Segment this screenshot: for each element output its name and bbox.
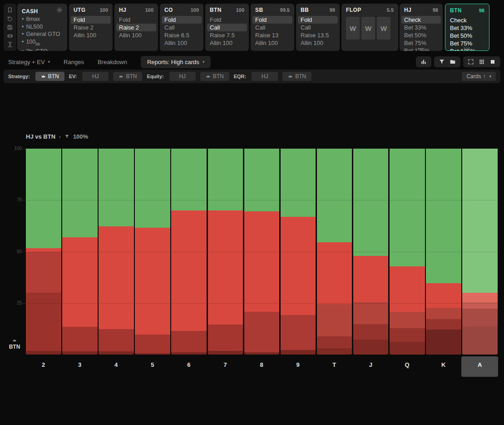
action-row[interactable]: Raise 7.5 — [207, 31, 247, 39]
action-row[interactable]: Raise 6.5 — [162, 31, 202, 39]
crown-icon — [119, 74, 124, 79]
bar-segment — [99, 149, 134, 226]
bar-segment — [281, 217, 316, 315]
sort-dropdown[interactable]: Cards↑ ▾ — [462, 72, 496, 81]
filter-button[interactable] — [436, 56, 447, 67]
x-axis-label-2[interactable]: 2 — [25, 361, 62, 368]
action-row[interactable]: Raise 2 — [71, 24, 111, 31]
filter-strategy-btn[interactable]: BTN — [35, 72, 64, 81]
bar-J[interactable] — [353, 149, 389, 355]
tab-breakdown[interactable]: Breakdown — [98, 59, 127, 65]
undo-button[interactable] — [5, 15, 15, 22]
action-row[interactable]: Bet 50% — [401, 31, 441, 39]
action-row[interactable]: Allin 100 — [162, 39, 202, 47]
action-row[interactable]: Allin 100 — [71, 31, 111, 39]
x-axis-label-3[interactable]: 3 — [62, 361, 98, 368]
flop-panel[interactable]: FLOP5.5WWW — [341, 4, 398, 51]
position-panel-bb-6[interactable]: BB99FoldCallRaise 13.5Allin 100 — [296, 4, 340, 51]
action-row[interactable]: Fold — [207, 16, 247, 24]
action-row[interactable]: Raise 13.5 — [298, 31, 338, 39]
action-row[interactable]: Call — [252, 24, 292, 31]
bar-T[interactable] — [317, 149, 352, 355]
action-row[interactable]: Allin 100 — [252, 39, 292, 47]
square-button[interactable] — [487, 56, 498, 67]
x-axis-label-5[interactable]: 5 — [134, 361, 171, 368]
action-row[interactable]: Allin 100 — [298, 39, 338, 47]
action-row[interactable]: Fold — [116, 16, 156, 24]
x-axis-label-T[interactable]: T — [316, 361, 352, 368]
bar-4[interactable] — [99, 149, 134, 355]
filter-eqr-hj[interactable]: HJ — [252, 72, 278, 81]
action-row[interactable]: Allin 100 — [207, 39, 247, 47]
fit-height-icon — [7, 41, 13, 48]
save-button[interactable] — [5, 24, 15, 31]
bar-K[interactable] — [426, 149, 461, 355]
position-panel-utg-1[interactable]: UTG100FoldRaise 2Allin 100 — [69, 4, 113, 51]
action-row[interactable]: Call — [298, 24, 338, 31]
filter-ev-btn[interactable]: BTN — [113, 72, 142, 81]
bar-chart-button[interactable] — [418, 56, 429, 67]
bar-segment — [62, 351, 98, 355]
x-axis-label-8[interactable]: 8 — [243, 361, 280, 368]
position-panel-btn-4[interactable]: BTN100FoldCallRaise 7.5Allin 100 — [205, 4, 249, 51]
position-panel-co-3[interactable]: CO100FoldCallRaise 6.5Allin 100 — [160, 4, 203, 51]
position-panel-hj-2[interactable]: HJ100FoldRaise 2Allin 100 — [114, 4, 158, 51]
action-row[interactable]: Allin 100 — [116, 31, 156, 39]
bar-8[interactable] — [244, 149, 280, 355]
fit-height-button[interactable] — [5, 41, 15, 48]
bar-7[interactable] — [208, 149, 243, 355]
position-panel-sb-5[interactable]: SB99.5FoldCallRaise 13Allin 100 — [251, 4, 294, 51]
bar-6[interactable] — [171, 149, 207, 355]
x-axis-label-A[interactable]: A — [462, 361, 498, 368]
flop-card[interactable]: W — [346, 17, 360, 40]
fit-screen-button[interactable] — [465, 56, 476, 67]
x-axis-label-9[interactable]: 9 — [280, 361, 316, 368]
x-axis-label-J[interactable]: J — [352, 361, 389, 368]
action-row[interactable]: Raise 13 — [252, 31, 292, 39]
action-row[interactable]: Raise 2 — [116, 24, 156, 31]
bar-segment — [244, 352, 280, 355]
bar-Q[interactable] — [390, 149, 425, 355]
action-row[interactable]: Fold — [162, 16, 202, 24]
x-axis-label-4[interactable]: 4 — [98, 361, 134, 368]
bar-2[interactable] — [26, 149, 61, 355]
action-row[interactable]: Check — [401, 16, 441, 24]
flop-card[interactable]: W — [361, 17, 375, 40]
tab-reports-high-cards[interactable]: Reports: High cards▾ — [141, 56, 211, 68]
action-row[interactable]: Fold — [71, 16, 111, 24]
bar-segment — [426, 149, 461, 283]
filter-ev-hj[interactable]: HJ — [82, 72, 109, 81]
bar-9[interactable] — [281, 149, 316, 355]
action-row[interactable]: Fold — [298, 16, 338, 24]
x-axis-label-7[interactable]: 7 — [207, 361, 243, 368]
filter-equity-btn[interactable]: BTN — [200, 72, 229, 81]
tab-ranges[interactable]: Ranges — [64, 59, 84, 65]
action-row[interactable]: Bet 75% — [401, 39, 441, 47]
gear-icon[interactable] — [56, 7, 63, 14]
position-panel-btn-9[interactable]: BTN98CheckBet 33%Bet 50%Bet 75%Bet 125%•… — [445, 4, 489, 51]
tab-strategy-ev[interactable]: Strategy + EV▾ — [8, 59, 50, 65]
flop-card[interactable]: W — [377, 17, 390, 40]
action-row[interactable]: Check — [447, 16, 487, 24]
action-row[interactable]: Bet 33% — [401, 24, 441, 31]
x-axis-label-6[interactable]: 6 — [171, 361, 207, 368]
position-panel-hj-8[interactable]: HJ98CheckBet 33%Bet 50%Bet 75%Bet 125%••… — [400, 4, 443, 51]
cash-settings-panel[interactable]: CASH•6max•NL500•General GTO•100bb•3b: GT… — [17, 4, 67, 51]
filter-equity-hj[interactable]: HJ — [169, 72, 196, 81]
sort-label: Cards — [466, 73, 481, 80]
action-row[interactable]: Call — [162, 24, 202, 31]
bar-5[interactable] — [135, 149, 170, 355]
action-row[interactable]: Call — [207, 24, 247, 31]
action-row[interactable]: Bet 50% — [447, 32, 487, 40]
x-axis-label-Q[interactable]: Q — [389, 361, 425, 368]
practice-button[interactable] — [5, 32, 15, 40]
action-row[interactable]: Fold — [252, 16, 292, 24]
filter-eqr-btn[interactable]: BTN — [282, 72, 311, 81]
bar-3[interactable] — [62, 149, 98, 355]
bookmark-button[interactable] — [5, 6, 15, 14]
x-axis-label-K[interactable]: K — [425, 361, 462, 368]
bar-A[interactable] — [462, 149, 498, 355]
action-row[interactable]: Bet 33% — [447, 24, 487, 32]
folder-button[interactable] — [447, 56, 458, 67]
grid-button[interactable] — [476, 56, 487, 67]
